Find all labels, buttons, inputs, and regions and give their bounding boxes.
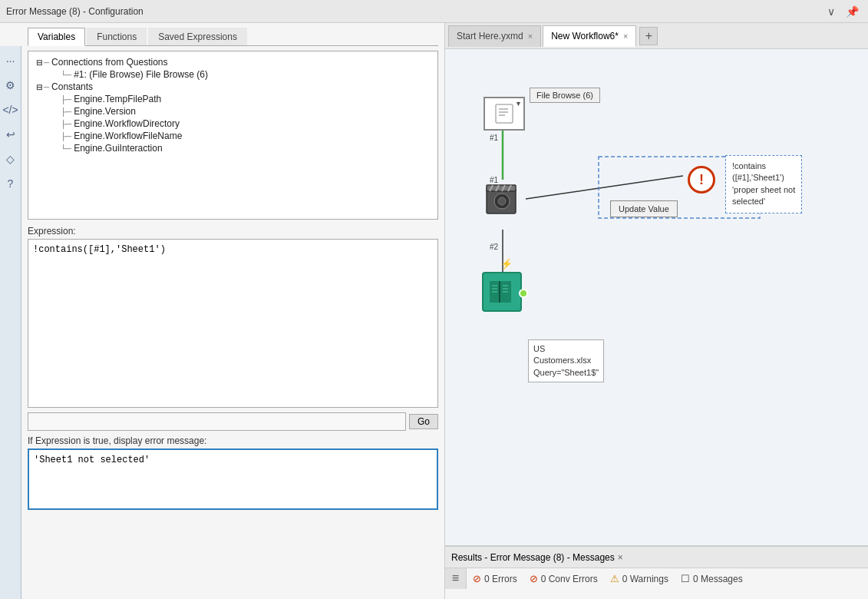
results-body: ≡ ⊘ 0 Errors ⊘ 0 Conv Errors ⚠ — [445, 568, 868, 589]
error-tooltip-text: !contains([#1],'Sheet1')'proper sheet no… — [732, 161, 795, 206]
update-value-button[interactable]: Update Value — [610, 200, 678, 217]
sidebar-icon-gear[interactable]: ⚙ — [2, 77, 19, 94]
title-bar-controls: ∨ 📌 — [824, 5, 862, 18]
collapse-button[interactable]: ∨ — [824, 5, 838, 18]
file-browse-icon-box[interactable]: ▼ — [484, 97, 525, 131]
results-close-button[interactable]: × — [618, 552, 623, 563]
tab-functions[interactable]: Functions — [87, 28, 147, 45]
workflow-canvas: File Browse (6) ▼ #1 — [445, 49, 868, 545]
error-icon: ⊘ — [473, 573, 481, 584]
conv-errors-count: 0 Conv Errors — [541, 574, 598, 584]
results-lines-icon: ≡ — [452, 571, 459, 585]
results-stats: ⊘ 0 Errors ⊘ 0 Conv Errors ⚠ 0 Warnings — [467, 568, 868, 589]
book-node-output-dot — [519, 289, 528, 298]
warning-icon: ! — [688, 166, 715, 194]
tree-connector-5: ├─ — [61, 120, 71, 128]
title-bar: Error Message (8) - Configuration ∨ 📌 — [0, 0, 868, 23]
tree-label-workflowfile: Engine.WorkflowFileName — [74, 131, 182, 141]
go-input[interactable] — [28, 412, 406, 431]
warnings-count: 0 Warnings — [622, 574, 668, 584]
sidebar-icons: ··· ⚙ </> ↩ ◇ ? — [0, 46, 21, 599]
tree-label-version: Engine.Version — [74, 106, 136, 117]
tree-item-tempfilepath[interactable]: ├─ Engine.TempFilePath — [33, 93, 433, 105]
error-message-label: If Expression is true, display error mes… — [28, 435, 438, 446]
stat-messages: ☐ 0 Messages — [681, 573, 743, 584]
port-label-lightning-2: ⚡ — [500, 258, 513, 270]
tree-item-workflowfile[interactable]: ├─ Engine.WorkflowFileName — [33, 130, 433, 142]
tree-connector-2: ─ — [44, 83, 49, 91]
message-icon: ☐ — [681, 573, 690, 584]
right-panel: Start Here.yxmd × New Workflow6* × + — [445, 23, 868, 599]
clapperboard-svg — [482, 178, 522, 218]
file-browse-label: File Browse (6) — [530, 88, 600, 103]
warning-stat-icon: ⚠ — [610, 573, 619, 584]
tree-label-guiinteraction: Engine.GuiInteraction — [74, 143, 162, 154]
sidebar-icon-undo[interactable]: ↩ — [2, 126, 19, 143]
workflow-tab-starthere-label: Start Here.yxmd — [457, 31, 523, 41]
tab-variables[interactable]: Variables — [28, 28, 85, 46]
svg-rect-4 — [496, 104, 513, 123]
tree-expand-connections: ⊟ — [36, 58, 42, 67]
tree-item-constants[interactable]: ⊟ ─ Constants — [33, 81, 433, 93]
tree-item-filebrowse[interactable]: └─ #1: (File Browse) File Browse (6) — [33, 68, 433, 81]
workflow-add-tab-button[interactable]: + — [639, 27, 658, 45]
tree-connector-4: ├─ — [61, 108, 71, 116]
tree-connector-7: └─ — [61, 144, 71, 153]
expression-label: Expression: — [28, 226, 438, 237]
tree-item-connections[interactable]: ⊟ ─ Connections from Questions — [33, 56, 433, 68]
conv-error-icon: ⊘ — [530, 573, 538, 584]
tree-label-workflowdir: Engine.WorkflowDirectory — [74, 118, 180, 129]
error-tooltip: !contains([#1],'Sheet1')'proper sheet no… — [725, 155, 802, 213]
stat-conv-errors: ⊘ 0 Conv Errors — [530, 573, 598, 584]
errors-count: 0 Errors — [484, 574, 517, 584]
file-browse-dropdown-arrow[interactable]: ▼ — [515, 100, 522, 108]
workflow-tabs: Start Here.yxmd × New Workflow6* × + — [445, 23, 868, 49]
workflow-tab-newworkflow-close[interactable]: × — [623, 31, 628, 41]
title-bar-text: Error Message (8) - Configuration — [6, 6, 824, 17]
tree-item-version[interactable]: ├─ Engine.Version — [33, 105, 433, 117]
expression-input[interactable]: !contains([#1],'Sheet1') — [28, 239, 438, 408]
book-node[interactable] — [482, 272, 522, 312]
results-header: Results - Error Message (8) - Messages × — [445, 547, 868, 568]
data-label-box: USCustomers.xlsxQuery="Sheet1$" — [528, 339, 604, 382]
tree-connector-6: ├─ — [61, 132, 71, 141]
file-browse-svg-icon — [493, 103, 516, 124]
tree-label-constants: Constants — [51, 81, 93, 92]
tree-item-guiinteraction[interactable]: └─ Engine.GuiInteraction — [33, 142, 433, 154]
sidebar-icon-code[interactable]: </> — [2, 101, 19, 118]
tree-item-workflowdir[interactable]: ├─ Engine.WorkflowDirectory — [33, 117, 433, 130]
file-browse-node[interactable]: ▼ — [484, 97, 525, 131]
svg-line-1 — [526, 176, 683, 199]
tree-label-connections: Connections from Questions — [51, 57, 167, 68]
pin-button[interactable]: 📌 — [843, 5, 862, 18]
error-message-input[interactable]: 'Sheet1 not selected' — [28, 448, 438, 510]
stat-errors: ⊘ 0 Errors — [473, 573, 517, 584]
results-header-title: Results - Error Message (8) - Messages — [451, 552, 615, 563]
tree-connector-fb: └─ — [61, 71, 71, 79]
svg-point-15 — [498, 197, 506, 205]
tree-connector-1: ─ — [44, 58, 49, 67]
tree-expand-constants: ⊟ — [36, 83, 42, 91]
sidebar-icon-diamond[interactable]: ◇ — [2, 151, 19, 167]
tab-saved-expressions[interactable]: Saved Expressions — [148, 28, 247, 45]
port-label-2: #2 — [490, 243, 498, 251]
main-layout: ··· ⚙ </> ↩ ◇ ? Variables Functions Save… — [0, 23, 868, 599]
workflow-tab-newworkflow[interactable]: New Workflow6* × — [543, 25, 636, 47]
go-bar: Go — [28, 412, 438, 431]
results-strip: ≡ — [445, 568, 467, 589]
tree-label-tempfilepath: Engine.TempFilePath — [74, 94, 161, 104]
workflow-tab-starthere-close[interactable]: × — [528, 31, 533, 41]
tabs-bar: Variables Functions Saved Expressions — [28, 28, 438, 46]
workflow-tab-starthhere[interactable]: Start Here.yxmd × — [448, 25, 541, 47]
sidebar-icon-help[interactable]: ? — [2, 175, 19, 192]
left-panel: ··· ⚙ </> ↩ ◇ ? Variables Functions Save… — [0, 23, 445, 599]
go-button[interactable]: Go — [409, 414, 438, 429]
book-svg — [488, 278, 516, 306]
clapperboard-node[interactable] — [482, 178, 522, 218]
warning-exclamation: ! — [699, 172, 704, 188]
results-content: ⊘ 0 Errors ⊘ 0 Conv Errors ⚠ 0 Warnings — [467, 568, 868, 589]
left-content: Variables Functions Saved Expressions ⊟ … — [21, 23, 444, 599]
stat-warnings: ⚠ 0 Warnings — [610, 573, 668, 584]
results-panel: Results - Error Message (8) - Messages ×… — [445, 545, 868, 599]
sidebar-icon-dots[interactable]: ··· — [2, 52, 19, 69]
